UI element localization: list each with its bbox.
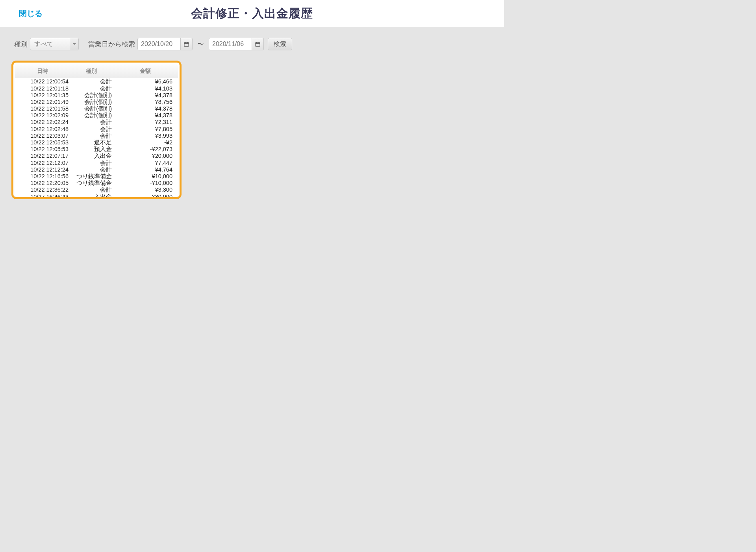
cell-type: 会計	[70, 133, 114, 139]
cell-datetime: 10/22 12:12:07	[15, 160, 70, 166]
close-button[interactable]: 閉じる	[19, 8, 43, 19]
cell-datetime: 10/22 12:01:35	[15, 92, 70, 98]
cell-datetime: 10/22 12:05:53	[15, 146, 70, 152]
cell-type: 会計	[70, 160, 114, 166]
cell-type: 会計	[70, 79, 114, 85]
cell-amount: ¥30,000	[114, 194, 178, 197]
table-row[interactable]: 10/22 12:01:58会計(個別)¥4,378	[15, 105, 178, 112]
chevron-down-icon	[70, 38, 78, 50]
cell-amount: -¥10,000	[114, 180, 178, 186]
cell-datetime: 10/22 12:07:17	[15, 153, 70, 159]
page-title: 会計修正・入出金履歴	[5, 6, 499, 22]
date-from-input[interactable]: 2020/10/20	[137, 38, 181, 50]
cell-type: 会計	[70, 167, 114, 173]
cell-type: 入出金	[70, 194, 114, 197]
cell-type: 会計(個別)	[70, 113, 114, 118]
date-separator: 〜	[197, 40, 204, 49]
cell-amount: ¥4,103	[114, 86, 178, 92]
cell-type: 会計	[70, 119, 114, 125]
table-row[interactable]: 10/22 12:05:53預入金-¥22,073	[15, 146, 178, 153]
date-to-group: 2020/11/06	[209, 38, 264, 50]
cell-type: 会計	[70, 86, 114, 92]
type-select[interactable]: すべて	[30, 38, 79, 50]
header-amount: 金額	[113, 68, 178, 75]
cell-datetime: 10/22 12:02:48	[15, 126, 70, 132]
table-row[interactable]: 10/22 12:16:56つり銭準備金¥10,000	[15, 173, 178, 180]
cell-datetime: 10/22 12:03:07	[15, 133, 70, 139]
cell-amount: ¥7,805	[114, 126, 178, 132]
cell-amount: ¥8,756	[114, 99, 178, 105]
cell-type: 預入金	[70, 146, 114, 152]
table-row[interactable]: 10/22 12:05:53過不足-¥2	[15, 139, 178, 146]
table-row[interactable]: 10/27 16:46:43入出金¥30,000	[15, 193, 178, 197]
cell-amount: ¥2,311	[114, 119, 178, 125]
header: 閉じる 会計修正・入出金履歴	[0, 0, 504, 27]
cell-datetime: 10/22 12:12:24	[15, 167, 70, 173]
history-table: 日時 種別 金額 10/22 12:00:54会計¥6,46610/22 12:…	[15, 64, 178, 197]
cell-amount: ¥10,000	[114, 174, 178, 179]
cell-datetime: 10/22 12:01:58	[15, 106, 70, 112]
cell-datetime: 10/22 12:00:54	[15, 79, 70, 85]
cell-type: 会計(個別)	[70, 99, 114, 105]
date-from-group: 2020/10/20	[137, 38, 193, 50]
cell-type: 会計	[70, 126, 114, 132]
cell-datetime: 10/22 12:16:56	[15, 174, 70, 179]
cell-type: 入出金	[70, 153, 114, 159]
svg-rect-0	[184, 42, 189, 46]
table-row[interactable]: 10/22 12:12:24会計¥4,764	[15, 166, 178, 173]
cell-datetime: 10/22 12:05:53	[15, 140, 70, 146]
cell-datetime: 10/22 12:36:22	[15, 187, 70, 193]
search-button[interactable]: 検索	[268, 38, 292, 50]
table-row[interactable]: 10/22 12:00:54会計¥6,466	[15, 78, 178, 85]
cell-datetime: 10/22 12:20:05	[15, 180, 70, 186]
calendar-icon	[255, 42, 260, 47]
cell-amount: ¥4,764	[114, 167, 178, 173]
cell-type: 過不足	[70, 140, 114, 146]
table-row[interactable]: 10/22 12:20:05つり銭準備金-¥10,000	[15, 180, 178, 186]
table-header: 日時 種別 金額	[15, 64, 178, 78]
table-body: 10/22 12:00:54会計¥6,46610/22 12:01:18会計¥4…	[15, 78, 178, 197]
table-row[interactable]: 10/22 12:12:07会計¥7,447	[15, 159, 178, 166]
table-row[interactable]: 10/22 12:07:17入出金¥20,000	[15, 153, 178, 159]
cell-type: つり銭準備金	[70, 174, 114, 179]
table-row[interactable]: 10/22 12:02:24会計¥2,311	[15, 119, 178, 126]
date-to-input[interactable]: 2020/11/06	[209, 38, 252, 50]
table-row[interactable]: 10/22 12:03:07会計¥3,993	[15, 133, 178, 139]
highlighted-table-panel: 日時 種別 金額 10/22 12:00:54会計¥6,46610/22 12:…	[11, 61, 182, 199]
cell-amount: ¥20,000	[114, 153, 178, 159]
table-row[interactable]: 10/22 12:36:22会計¥3,300	[15, 186, 178, 193]
cell-amount: ¥7,447	[114, 160, 178, 166]
svg-rect-4	[256, 42, 260, 46]
cell-amount: -¥2	[114, 140, 178, 146]
table-row[interactable]: 10/22 12:01:49会計(個別)¥8,756	[15, 99, 178, 105]
cell-type: つり銭準備金	[70, 180, 114, 186]
cell-datetime: 10/22 12:02:09	[15, 113, 70, 118]
header-type: 種別	[70, 68, 113, 75]
table-row[interactable]: 10/22 12:02:09会計(個別)¥4,378	[15, 112, 178, 119]
header-datetime: 日時	[15, 68, 70, 75]
date-from-picker-button[interactable]	[181, 38, 193, 50]
cell-amount: ¥4,378	[114, 113, 178, 118]
cell-datetime: 10/22 12:01:49	[15, 99, 70, 105]
cell-datetime: 10/22 12:01:18	[15, 86, 70, 92]
date-to-picker-button[interactable]	[252, 38, 264, 50]
cell-amount: ¥3,300	[114, 187, 178, 193]
date-search-label: 営業日から検索	[88, 40, 135, 49]
calendar-icon	[184, 42, 189, 47]
type-label: 種別	[14, 40, 28, 49]
cell-datetime: 10/22 12:02:24	[15, 119, 70, 125]
table-row[interactable]: 10/22 12:01:18会計¥4,103	[15, 85, 178, 92]
cell-amount: ¥4,378	[114, 106, 178, 112]
table-row[interactable]: 10/22 12:01:35会計(個別)¥4,378	[15, 92, 178, 98]
filter-bar: 種別 すべて 営業日から検索 2020/10/20 〜 2020/11/06 検…	[0, 27, 504, 55]
cell-amount: ¥6,466	[114, 79, 178, 85]
table-row[interactable]: 10/22 12:02:48会計¥7,805	[15, 126, 178, 132]
cell-type: 会計(個別)	[70, 106, 114, 112]
cell-amount: -¥22,073	[114, 146, 178, 152]
cell-type: 会計(個別)	[70, 92, 114, 98]
cell-type: 会計	[70, 187, 114, 193]
cell-datetime: 10/27 16:46:43	[15, 194, 70, 197]
cell-amount: ¥4,378	[114, 92, 178, 98]
cell-amount: ¥3,993	[114, 133, 178, 139]
